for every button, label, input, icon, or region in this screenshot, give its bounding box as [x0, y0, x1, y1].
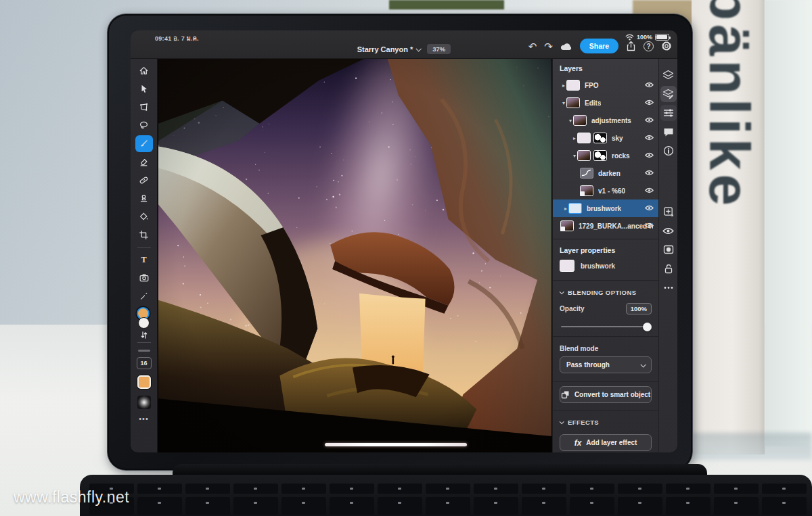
visibility-eye-icon[interactable]: [645, 82, 654, 88]
keyboard-key[interactable]: [762, 497, 807, 515]
effects-header[interactable]: EFFECTS: [553, 415, 658, 430]
comments-icon[interactable]: [660, 124, 677, 140]
eraser-tool[interactable]: [135, 154, 153, 170]
brush-tool[interactable]: [135, 135, 153, 152]
magic-keyboard[interactable]: [80, 475, 812, 516]
expand-chevron[interactable]: ▾: [568, 118, 573, 124]
keyboard-key[interactable]: [714, 484, 759, 494]
fill-tool[interactable]: [135, 208, 153, 225]
expand-chevron[interactable]: ▸: [572, 135, 577, 141]
layer-mask-icon[interactable]: [660, 241, 677, 258]
expand-chevron[interactable]: ▸: [563, 206, 568, 212]
color-swatch[interactable]: [137, 375, 151, 389]
keyboard-key[interactable]: [137, 497, 182, 515]
eyedropper-tool[interactable]: [135, 287, 153, 304]
brush-preview[interactable]: [137, 396, 151, 409]
layer-row-adjustments[interactable]: ▾ adjustments: [553, 112, 658, 129]
swap-colors-icon[interactable]: [140, 331, 148, 339]
redo-button[interactable]: ↷: [544, 41, 553, 51]
expand-chevron[interactable]: ▸: [561, 83, 566, 89]
share-button[interactable]: Share: [580, 39, 618, 53]
convert-smart-object-button[interactable]: Convert to smart object: [560, 386, 652, 403]
lasso-select-tool[interactable]: [135, 117, 153, 134]
keyboard-key[interactable]: [185, 497, 230, 515]
layer-row-fpo[interactable]: ▸ FPO: [553, 76, 658, 94]
move-tool[interactable]: [135, 80, 153, 97]
healing-brush-tool[interactable]: [135, 172, 153, 189]
visibility-eye-icon[interactable]: [645, 152, 654, 158]
layer-row-1729-burka[interactable]: 1729_BURKA...anced-NR33: [553, 217, 658, 235]
zoom-level-badge[interactable]: 37%: [427, 44, 451, 54]
export-icon[interactable]: [626, 41, 636, 51]
keyboard-key[interactable]: [185, 484, 230, 494]
keyboard-key[interactable]: [762, 484, 807, 494]
keyboard-key[interactable]: [666, 497, 710, 515]
keyboard-key[interactable]: [570, 484, 614, 494]
keyboard-key[interactable]: [666, 484, 710, 494]
adjustments-tab-icon[interactable]: [660, 105, 677, 121]
layer-visibility-icon[interactable]: [660, 222, 677, 239]
help-button[interactable]: ?: [644, 41, 654, 51]
layer-properties-tab-icon[interactable]: [660, 86, 677, 102]
keyboard-key[interactable]: [330, 497, 374, 515]
keyboard-key[interactable]: [378, 484, 422, 494]
visibility-eye-icon[interactable]: [645, 135, 654, 141]
strip-more-button[interactable]: [660, 279, 677, 296]
brush-size-badge[interactable]: 16: [137, 357, 152, 369]
keyboard-number-row[interactable]: [89, 497, 807, 515]
type-tool[interactable]: T: [135, 251, 153, 268]
place-photo-tool[interactable]: [135, 269, 153, 286]
keyboard-key[interactable]: [474, 497, 518, 515]
layer-row-v1[interactable]: v1 - %60: [553, 182, 658, 200]
cloud-sync-icon[interactable]: [560, 42, 572, 51]
keyboard-key[interactable]: [426, 497, 470, 515]
document-title[interactable]: Starry Canyon *: [357, 45, 421, 53]
slider-knob[interactable]: [643, 323, 652, 331]
info-icon[interactable]: [660, 143, 677, 159]
undo-button[interactable]: ↶: [528, 41, 537, 51]
toolbar-more-button[interactable]: •••: [139, 415, 149, 423]
opacity-value-badge[interactable]: 100%: [626, 303, 652, 314]
visibility-eye-icon[interactable]: [645, 205, 654, 211]
crop-tool[interactable]: [135, 227, 153, 243]
blend-mode-dropdown[interactable]: Pass through: [560, 356, 652, 373]
keyboard-key[interactable]: [233, 484, 278, 494]
keyboard-key[interactable]: [714, 497, 759, 515]
keyboard-key[interactable]: [281, 497, 326, 515]
opacity-slider[interactable]: [561, 323, 650, 331]
clone-stamp-tool[interactable]: [135, 190, 153, 207]
toolbar-drag-handle[interactable]: [138, 350, 150, 352]
keyboard-key[interactable]: [378, 497, 422, 515]
layer-row-brushwork[interactable]: ▸ brushwork: [553, 200, 658, 217]
settings-gear-icon[interactable]: [661, 41, 672, 51]
layer-row-darken[interactable]: darken: [553, 164, 658, 182]
layer-row-rocks[interactable]: ▾ rocks: [553, 147, 658, 164]
layer-row-sky[interactable]: ▸ sky: [553, 129, 658, 147]
canvas-area[interactable]: [158, 59, 552, 452]
transform-tool[interactable]: [135, 99, 153, 116]
expand-chevron[interactable]: ▾: [561, 100, 566, 106]
keyboard-key[interactable]: [426, 484, 470, 494]
keyboard-key[interactable]: [233, 497, 278, 515]
background-color-chip[interactable]: [138, 317, 150, 329]
home-indicator[interactable]: [325, 443, 467, 446]
keyboard-key[interactable]: [281, 484, 326, 494]
keyboard-key[interactable]: [570, 497, 614, 515]
keyboard-key[interactable]: [618, 497, 662, 515]
keyboard-key[interactable]: [474, 484, 518, 494]
blending-options-header[interactable]: BLENDING OPTIONS: [553, 285, 658, 300]
keyboard-key[interactable]: [522, 497, 566, 515]
visibility-eye-icon[interactable]: [645, 222, 654, 229]
keyboard-key[interactable]: [137, 484, 182, 494]
expand-chevron[interactable]: ▾: [572, 153, 577, 159]
visibility-eye-icon[interactable]: [645, 187, 654, 193]
home-button[interactable]: [135, 62, 153, 79]
layers-tab-icon[interactable]: [660, 67, 677, 83]
keyboard-key[interactable]: [618, 484, 662, 494]
visibility-eye-icon[interactable]: [645, 117, 654, 123]
lock-icon[interactable]: [660, 260, 677, 277]
keyboard-function-row[interactable]: [89, 484, 807, 494]
layer-row-edits[interactable]: ▾ Edits: [553, 94, 658, 112]
keyboard-key[interactable]: [522, 484, 566, 494]
visibility-eye-icon[interactable]: [645, 99, 654, 105]
